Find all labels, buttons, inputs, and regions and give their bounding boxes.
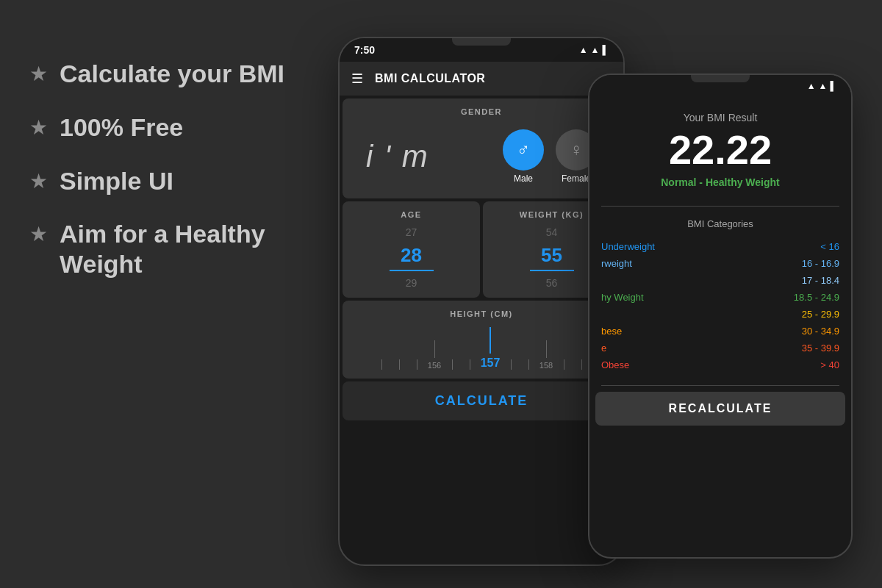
age-label: AGE [351, 210, 471, 219]
ruler-label-156: 156 [428, 361, 441, 370]
cat-range-3: 17 - 18.4 [802, 275, 839, 286]
cat-range-5: 25 - 29.9 [802, 309, 839, 320]
ruler-tick-156c [461, 326, 478, 370]
ruler-tick-157b [502, 326, 520, 370]
battery-icon: ▌ [602, 45, 609, 55]
tick-line [399, 359, 400, 370]
cat-name-1: Underweight [601, 241, 655, 252]
tick-line [470, 359, 470, 370]
cat-row-underweight1: Underweight < 16 [601, 238, 839, 255]
ruler-label-current: 157 [481, 356, 501, 370]
age-weight-row: AGE 27 28 29 WEIGHT (KG) 54 55 56 [343, 201, 620, 298]
feature-item-free: ★ 100% Free [29, 112, 309, 143]
height-ruler[interactable]: 156 157 [351, 326, 612, 370]
weight-prev: 54 [546, 226, 558, 238]
tick-line [528, 359, 529, 370]
phone-notch-secondary [691, 75, 750, 82]
star-icon-3: ★ [29, 169, 48, 193]
gender-card: GENDER i ' m ♂ Male ♀ Female [343, 98, 620, 198]
cat-row-obese1: bese 30 - 34.9 [601, 323, 839, 340]
cat-row-mild: 17 - 18.4 [601, 272, 839, 289]
age-spinner: 27 28 29 [351, 226, 471, 289]
result-status: Normal - Healthy Weight [601, 176, 839, 188]
divider [601, 206, 839, 207]
cat-range-8: > 40 [820, 359, 839, 370]
signal-icon: ▲ [579, 45, 588, 55]
categories-section: BMI Categories Underweight < 16 rweight … [589, 209, 851, 382]
ruler-tick-155 [408, 326, 426, 370]
feature-text-free: 100% Free [60, 112, 183, 143]
ruler-tick-156b [443, 326, 461, 370]
age-prev: 27 [406, 226, 417, 238]
cat-row-underweight2: rweight 16 - 16.9 [601, 255, 839, 272]
phones-container: 7:50 ▲ ▲ ▌ ☰ BMI CALCULATOR GENDER i ' m… [309, 0, 882, 588]
age-current[interactable]: 28 [390, 244, 434, 271]
battery-icon-sec: ▌ [830, 81, 836, 91]
cat-row-obese3: Obese > 40 [601, 356, 839, 373]
phone-primary: 7:50 ▲ ▲ ▌ ☰ BMI CALCULATOR GENDER i ' m… [338, 37, 625, 566]
tick-line [581, 359, 582, 370]
divider-2 [601, 385, 839, 386]
gender-buttons: ♂ Male ♀ Female [503, 129, 597, 184]
result-value: 22.22 [601, 129, 839, 171]
female-label: Female [562, 173, 591, 184]
star-icon-4: ★ [29, 222, 48, 246]
star-icon-2: ★ [29, 115, 48, 140]
tick-line [511, 359, 512, 370]
tick-line-current [490, 327, 491, 354]
feature-text-healthy: Aim for a Healthy Weight [60, 219, 309, 279]
male-circle[interactable]: ♂ [503, 129, 544, 171]
feature-text-bmi: Calculate your BMI [60, 59, 284, 89]
ruler-tick-158: 158 [537, 326, 555, 370]
recalculate-button[interactable]: RECALCULATE [595, 392, 845, 426]
feature-item-ui: ★ Simple UI [29, 166, 309, 196]
cat-name-8: Obese [601, 359, 629, 370]
calculate-button-area[interactable]: CALCULATE [343, 381, 620, 420]
weight-current[interactable]: 55 [530, 244, 574, 271]
cat-row-overweight: 25 - 29.9 [601, 306, 839, 323]
weight-next: 56 [546, 277, 558, 289]
status-icons-secondary: ▲ ▲ ▌ [807, 81, 836, 91]
cat-name-4: hy Weight [601, 292, 644, 303]
female-symbol: ♀ [570, 140, 583, 160]
cat-row-healthy: hy Weight 18.5 - 24.9 [601, 289, 839, 306]
calculate-button-text[interactable]: CALCULATE [435, 393, 528, 408]
height-card: HEIGHT (CM) 156 [343, 301, 620, 379]
height-label: HEIGHT (CM) [351, 309, 612, 318]
age-next: 29 [406, 277, 417, 289]
tick-line [417, 359, 417, 370]
tick-line-tall [546, 340, 547, 358]
phone-notch [452, 38, 511, 46]
signal-icon-sec: ▲ [807, 81, 816, 91]
hamburger-icon[interactable]: ☰ [351, 71, 363, 87]
ruler-tick-154 [390, 326, 408, 370]
cat-name-7: e [601, 343, 606, 354]
male-label: Male [514, 173, 533, 184]
cat-row-obese2: e 35 - 39.9 [601, 340, 839, 356]
male-button[interactable]: ♂ Male [503, 129, 544, 184]
ruler-tick-156: 156 [426, 326, 443, 370]
feature-text-ui: Simple UI [60, 166, 173, 196]
feature-item-healthy: ★ Aim for a Healthy Weight [29, 219, 309, 279]
cat-range-4: 18.5 - 24.9 [794, 292, 839, 303]
age-card: AGE 27 28 29 [343, 201, 480, 298]
tick-line [564, 359, 564, 370]
ruler-tick-153 [373, 326, 390, 370]
cat-range-2: 16 - 16.9 [802, 258, 839, 269]
cat-range-7: 35 - 39.9 [802, 343, 839, 354]
star-icon-1: ★ [29, 62, 48, 86]
status-time: 7:50 [354, 44, 375, 56]
ruler-current-157: 157 [478, 326, 502, 370]
cat-range-6: 30 - 34.9 [802, 326, 839, 337]
gender-section: i ' m ♂ Male ♀ Female [351, 123, 612, 190]
status-icons-primary: ▲ ▲ ▌ [579, 45, 609, 55]
tick-line-tall [434, 340, 435, 358]
ruler-label-158: 158 [539, 361, 553, 370]
result-section: Your BMI Result 22.22 Normal - Healthy W… [589, 97, 851, 203]
recalculate-text[interactable]: RECALCULATE [669, 402, 772, 415]
tick-line [452, 359, 453, 370]
feature-item-bmi: ★ Calculate your BMI [29, 59, 309, 89]
ruler-tick-157c [520, 326, 537, 370]
categories-title: BMI Categories [601, 218, 839, 229]
cat-name-2: rweight [601, 258, 632, 269]
